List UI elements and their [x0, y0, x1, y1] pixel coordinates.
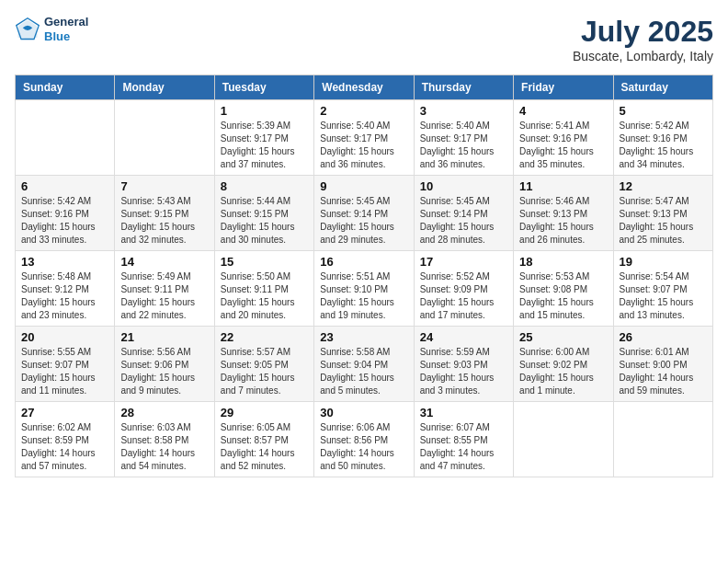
day-number: 30 [320, 406, 407, 419]
logo: General Blue [15, 15, 88, 43]
day-number: 21 [120, 330, 208, 344]
calendar-cell [613, 402, 712, 477]
day-detail: Sunrise: 5:41 AM Sunset: 9:16 PM Dayligh… [519, 120, 607, 171]
calendar-cell: 1Sunrise: 5:39 AM Sunset: 9:17 PM Daylig… [214, 100, 313, 176]
calendar-cell: 25Sunrise: 6:00 AM Sunset: 9:02 PM Dayli… [514, 327, 613, 402]
calendar-cell [514, 402, 613, 477]
day-number: 18 [519, 255, 607, 269]
week-row-5: 27Sunrise: 6:02 AM Sunset: 8:59 PM Dayli… [16, 402, 713, 477]
weekday-header-tuesday: Tuesday [214, 75, 313, 100]
day-number: 13 [21, 255, 108, 269]
page-header: General Blue July 2025 Buscate, Lombardy… [15, 15, 713, 63]
day-number: 22 [221, 330, 308, 344]
day-detail: Sunrise: 5:55 AM Sunset: 9:07 PM Dayligh… [21, 346, 108, 397]
logo-text: General Blue [44, 15, 88, 43]
calendar-cell: 30Sunrise: 6:06 AM Sunset: 8:56 PM Dayli… [314, 402, 414, 477]
weekday-header-saturday: Saturday [613, 75, 712, 100]
weekday-header-sunday: Sunday [16, 75, 115, 100]
calendar-cell: 15Sunrise: 5:50 AM Sunset: 9:11 PM Dayli… [214, 251, 313, 327]
calendar-cell: 6Sunrise: 5:42 AM Sunset: 9:16 PM Daylig… [16, 176, 115, 251]
calendar-cell: 23Sunrise: 5:58 AM Sunset: 9:04 PM Dayli… [314, 327, 414, 402]
weekday-header-row: SundayMondayTuesdayWednesdayThursdayFrid… [16, 75, 713, 100]
calendar-cell: 5Sunrise: 5:42 AM Sunset: 9:16 PM Daylig… [613, 100, 712, 176]
day-detail: Sunrise: 5:50 AM Sunset: 9:11 PM Dayligh… [221, 270, 308, 322]
day-detail: Sunrise: 6:03 AM Sunset: 8:58 PM Dayligh… [120, 421, 208, 473]
day-detail: Sunrise: 6:05 AM Sunset: 8:57 PM Dayligh… [221, 421, 308, 473]
calendar-cell: 10Sunrise: 5:45 AM Sunset: 9:14 PM Dayli… [414, 176, 513, 251]
day-detail: Sunrise: 5:57 AM Sunset: 9:05 PM Dayligh… [221, 346, 308, 397]
day-number: 14 [120, 255, 208, 269]
day-number: 1 [221, 104, 308, 118]
day-detail: Sunrise: 5:39 AM Sunset: 9:17 PM Dayligh… [221, 120, 308, 171]
calendar-cell: 20Sunrise: 5:55 AM Sunset: 9:07 PM Dayli… [16, 327, 115, 402]
day-number: 31 [420, 406, 507, 419]
day-detail: Sunrise: 6:07 AM Sunset: 8:55 PM Dayligh… [420, 421, 507, 473]
day-detail: Sunrise: 5:52 AM Sunset: 9:09 PM Dayligh… [420, 270, 507, 322]
day-detail: Sunrise: 5:54 AM Sunset: 9:07 PM Dayligh… [620, 270, 707, 322]
day-detail: Sunrise: 5:58 AM Sunset: 9:04 PM Dayligh… [320, 346, 407, 397]
logo-blue-text: Blue [44, 29, 88, 44]
calendar-cell: 11Sunrise: 5:46 AM Sunset: 9:13 PM Dayli… [514, 176, 613, 251]
calendar-cell: 18Sunrise: 5:53 AM Sunset: 9:08 PM Dayli… [514, 251, 613, 327]
weekday-header-thursday: Thursday [414, 75, 513, 100]
day-detail: Sunrise: 5:45 AM Sunset: 9:14 PM Dayligh… [320, 195, 407, 247]
calendar-cell: 29Sunrise: 6:05 AM Sunset: 8:57 PM Dayli… [214, 402, 313, 477]
week-row-1: 1Sunrise: 5:39 AM Sunset: 9:17 PM Daylig… [16, 100, 713, 176]
day-detail: Sunrise: 5:48 AM Sunset: 9:12 PM Dayligh… [21, 270, 108, 322]
calendar-cell: 3Sunrise: 5:40 AM Sunset: 9:17 PM Daylig… [414, 100, 513, 176]
day-detail: Sunrise: 5:47 AM Sunset: 9:13 PM Dayligh… [620, 195, 707, 247]
day-detail: Sunrise: 6:01 AM Sunset: 9:00 PM Dayligh… [620, 346, 707, 397]
calendar-cell: 31Sunrise: 6:07 AM Sunset: 8:55 PM Dayli… [414, 402, 513, 477]
calendar-cell: 28Sunrise: 6:03 AM Sunset: 8:58 PM Dayli… [115, 402, 214, 477]
day-detail: Sunrise: 5:51 AM Sunset: 9:10 PM Dayligh… [320, 270, 407, 322]
day-number: 28 [120, 406, 208, 419]
day-detail: Sunrise: 5:49 AM Sunset: 9:11 PM Dayligh… [120, 270, 208, 322]
day-number: 29 [221, 406, 308, 419]
day-number: 19 [620, 255, 707, 269]
week-row-4: 20Sunrise: 5:55 AM Sunset: 9:07 PM Dayli… [16, 327, 713, 402]
day-number: 15 [221, 255, 308, 269]
weekday-header-friday: Friday [514, 75, 613, 100]
week-row-2: 6Sunrise: 5:42 AM Sunset: 9:16 PM Daylig… [16, 176, 713, 251]
day-detail: Sunrise: 5:43 AM Sunset: 9:15 PM Dayligh… [120, 195, 208, 247]
calendar-cell [16, 100, 115, 176]
day-number: 5 [620, 104, 707, 118]
day-number: 23 [320, 330, 407, 344]
day-number: 10 [420, 179, 507, 193]
day-number: 6 [21, 179, 108, 193]
calendar-cell [115, 100, 214, 176]
day-detail: Sunrise: 5:40 AM Sunset: 9:17 PM Dayligh… [420, 120, 507, 171]
calendar-cell: 16Sunrise: 5:51 AM Sunset: 9:10 PM Dayli… [314, 251, 414, 327]
calendar-cell: 26Sunrise: 6:01 AM Sunset: 9:00 PM Dayli… [613, 327, 712, 402]
day-detail: Sunrise: 6:00 AM Sunset: 9:02 PM Dayligh… [519, 346, 607, 397]
day-number: 7 [120, 179, 208, 193]
day-detail: Sunrise: 5:56 AM Sunset: 9:06 PM Dayligh… [120, 346, 208, 397]
day-detail: Sunrise: 5:42 AM Sunset: 9:16 PM Dayligh… [21, 195, 108, 247]
day-number: 11 [519, 179, 607, 193]
day-number: 9 [320, 179, 407, 193]
day-number: 3 [420, 104, 507, 118]
calendar-table: SundayMondayTuesdayWednesdayThursdayFrid… [15, 75, 713, 477]
calendar-cell: 27Sunrise: 6:02 AM Sunset: 8:59 PM Dayli… [16, 402, 115, 477]
day-detail: Sunrise: 5:44 AM Sunset: 9:15 PM Dayligh… [221, 195, 308, 247]
day-number: 2 [320, 104, 407, 118]
logo-general-text: General [44, 15, 88, 29]
calendar-cell: 2Sunrise: 5:40 AM Sunset: 9:17 PM Daylig… [314, 100, 414, 176]
day-number: 12 [620, 179, 707, 193]
day-detail: Sunrise: 5:53 AM Sunset: 9:08 PM Dayligh… [519, 270, 607, 322]
day-number: 8 [221, 179, 308, 193]
day-detail: Sunrise: 5:59 AM Sunset: 9:03 PM Dayligh… [420, 346, 507, 397]
logo-icon [15, 17, 40, 42]
day-number: 27 [21, 406, 108, 419]
day-detail: Sunrise: 5:45 AM Sunset: 9:14 PM Dayligh… [420, 195, 507, 247]
calendar-cell: 4Sunrise: 5:41 AM Sunset: 9:16 PM Daylig… [514, 100, 613, 176]
day-number: 25 [519, 330, 607, 344]
day-detail: Sunrise: 5:40 AM Sunset: 9:17 PM Dayligh… [320, 120, 407, 171]
day-number: 4 [519, 104, 607, 118]
month-title: July 2025 [573, 15, 713, 49]
title-block: July 2025 Buscate, Lombardy, Italy [573, 15, 713, 63]
day-number: 26 [620, 330, 707, 344]
day-detail: Sunrise: 5:42 AM Sunset: 9:16 PM Dayligh… [620, 120, 707, 171]
calendar-cell: 14Sunrise: 5:49 AM Sunset: 9:11 PM Dayli… [115, 251, 214, 327]
weekday-header-monday: Monday [115, 75, 214, 100]
